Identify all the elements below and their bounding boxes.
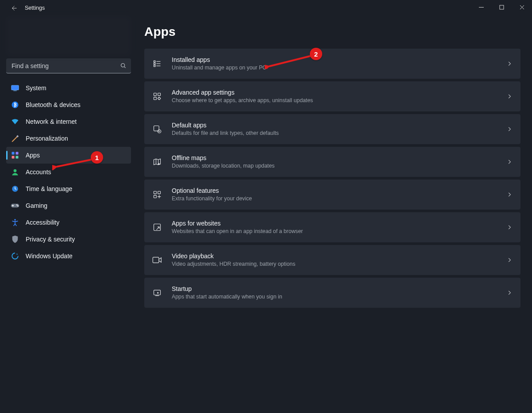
svg-rect-17 bbox=[154, 61, 155, 62]
card-description: Uninstall and manage apps on your PC bbox=[172, 64, 506, 72]
svg-rect-27 bbox=[158, 191, 161, 194]
sidebar-item-label: Bluetooth & devices bbox=[26, 101, 81, 108]
settings-card-offline-maps[interactable]: Offline mapsDownloads, storage location,… bbox=[144, 147, 520, 177]
titlebar: Settings bbox=[0, 0, 532, 16]
gaming-icon bbox=[11, 201, 19, 210]
maximize-icon bbox=[499, 5, 504, 10]
sidebar-item-update[interactable]: Windows Update bbox=[6, 248, 131, 264]
advanced-app-icon bbox=[152, 92, 162, 101]
network-icon bbox=[11, 117, 19, 126]
window-controls bbox=[471, 0, 532, 14]
chevron-right-icon bbox=[506, 159, 513, 165]
sidebar-item-system[interactable]: System bbox=[6, 80, 131, 96]
installed-apps-icon bbox=[152, 59, 162, 69]
main-panel: Apps Installed appsUninstall and manage … bbox=[137, 16, 532, 413]
card-title: Default apps bbox=[172, 121, 506, 130]
svg-point-14 bbox=[17, 206, 18, 206]
personalization-icon bbox=[11, 134, 19, 143]
svg-rect-22 bbox=[154, 97, 157, 100]
time-icon bbox=[11, 184, 19, 193]
settings-card-installed-apps[interactable]: Installed appsUninstall and manage apps … bbox=[144, 49, 520, 79]
maximize-button[interactable] bbox=[491, 0, 512, 14]
svg-rect-30 bbox=[153, 257, 159, 263]
settings-card-advanced-app[interactable]: Advanced app settingsChoose where to get… bbox=[144, 81, 520, 111]
svg-rect-6 bbox=[12, 152, 15, 155]
user-profile-card[interactable] bbox=[6, 16, 131, 56]
svg-point-15 bbox=[14, 219, 15, 220]
chevron-right-icon bbox=[506, 191, 513, 198]
annotation-badge-1: 1 bbox=[91, 151, 103, 164]
settings-card-list: Installed appsUninstall and manage apps … bbox=[144, 49, 520, 308]
settings-card-apps-websites[interactable]: Apps for websitesWebsites that can open … bbox=[144, 212, 520, 242]
card-description: Extra functionality for your device bbox=[172, 195, 506, 203]
card-title: Apps for websites bbox=[172, 219, 506, 228]
svg-point-1 bbox=[121, 64, 125, 67]
svg-rect-18 bbox=[154, 63, 155, 64]
sidebar-item-label: Gaming bbox=[26, 202, 47, 209]
card-title: Offline maps bbox=[172, 154, 506, 162]
sidebar-item-personalization[interactable]: Personalization bbox=[6, 130, 131, 147]
svg-rect-9 bbox=[16, 156, 19, 159]
nav-list: SystemBluetooth & devicesNetwork & inter… bbox=[6, 80, 131, 264]
settings-card-video-playback[interactable]: Video playbackVideo adjustments, HDR str… bbox=[144, 245, 520, 275]
back-arrow-icon bbox=[11, 5, 18, 11]
apps-icon bbox=[11, 151, 19, 160]
svg-rect-7 bbox=[16, 152, 19, 155]
sidebar-item-gaming[interactable]: Gaming bbox=[6, 197, 131, 214]
privacy-icon bbox=[11, 235, 19, 244]
chevron-right-icon bbox=[506, 290, 513, 296]
update-icon bbox=[11, 252, 19, 260]
sidebar-item-time[interactable]: Time & language bbox=[6, 180, 131, 197]
page-title: Apps bbox=[144, 25, 521, 39]
card-title: Startup bbox=[172, 285, 506, 293]
annotation-arrow-1 bbox=[52, 157, 93, 170]
card-description: Downloads, storage location, map updates bbox=[172, 162, 506, 170]
annotation-badge-2: 2 bbox=[310, 48, 322, 60]
svg-point-13 bbox=[16, 204, 17, 205]
default-apps-icon bbox=[152, 124, 162, 134]
settings-card-optional-feat[interactable]: Optional featuresExtra functionality for… bbox=[144, 180, 520, 210]
chevron-right-icon bbox=[506, 126, 513, 132]
optional-feat-icon bbox=[152, 190, 162, 199]
svg-rect-2 bbox=[12, 85, 19, 90]
sidebar-item-privacy[interactable]: Privacy & security bbox=[6, 231, 131, 248]
card-description: Video adjustments, HDR streaming, batter… bbox=[172, 260, 506, 268]
sidebar-item-bluetooth[interactable]: Bluetooth & devices bbox=[6, 96, 131, 113]
chevron-right-icon bbox=[506, 61, 513, 67]
chevron-right-icon bbox=[506, 93, 513, 99]
sidebar-item-label: System bbox=[26, 84, 46, 92]
startup-icon bbox=[152, 288, 162, 298]
close-button[interactable] bbox=[512, 0, 532, 14]
sidebar-item-network[interactable]: Network & internet bbox=[6, 113, 131, 130]
sidebar-item-label: Time & language bbox=[26, 185, 72, 192]
svg-point-10 bbox=[14, 169, 17, 172]
minimize-button[interactable] bbox=[471, 0, 491, 14]
svg-rect-21 bbox=[158, 93, 161, 96]
apps-websites-icon bbox=[152, 222, 162, 232]
search-input[interactable] bbox=[12, 62, 120, 69]
window-title: Settings bbox=[25, 5, 45, 11]
svg-rect-20 bbox=[154, 93, 157, 96]
offline-maps-icon bbox=[152, 157, 162, 167]
svg-rect-26 bbox=[154, 191, 157, 194]
svg-rect-8 bbox=[12, 156, 15, 159]
back-button[interactable] bbox=[6, 0, 22, 16]
card-description: Apps that start automatically when you s… bbox=[172, 293, 506, 301]
video-playback-icon bbox=[152, 255, 162, 265]
svg-rect-28 bbox=[154, 195, 157, 198]
svg-rect-0 bbox=[500, 5, 504, 9]
chevron-right-icon bbox=[506, 257, 513, 263]
search-box[interactable] bbox=[6, 58, 131, 73]
sidebar-item-label: Accessibility bbox=[26, 219, 59, 226]
sidebar-item-accessibility[interactable]: Accessibility bbox=[6, 214, 131, 231]
accounts-icon bbox=[11, 168, 19, 176]
card-title: Advanced app settings bbox=[172, 88, 506, 97]
settings-card-default-apps[interactable]: Default appsDefaults for file and link t… bbox=[144, 114, 520, 144]
minimize-icon bbox=[479, 5, 484, 10]
system-icon bbox=[11, 84, 19, 92]
settings-card-startup[interactable]: StartupApps that start automatically whe… bbox=[144, 278, 520, 308]
accessibility-icon bbox=[11, 218, 19, 227]
bluetooth-icon bbox=[11, 100, 19, 109]
chevron-right-icon bbox=[506, 224, 513, 230]
sidebar-item-label: Personalization bbox=[26, 135, 68, 142]
